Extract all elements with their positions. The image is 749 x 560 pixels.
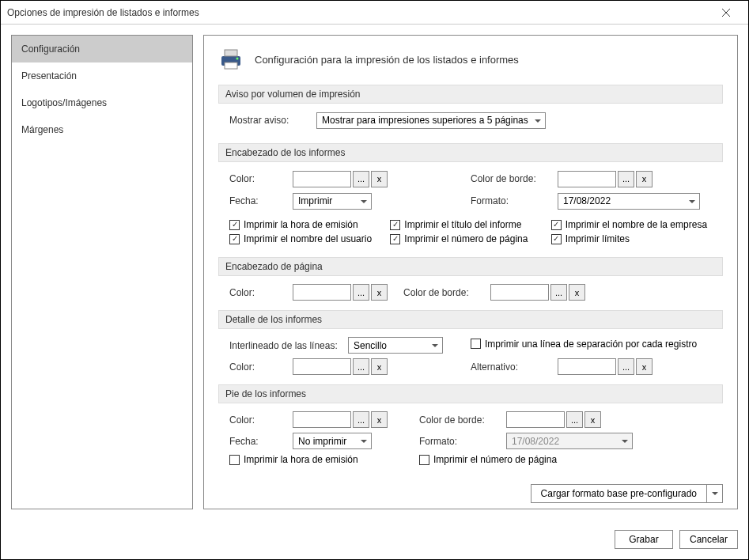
detalle-interlineado-value: Sencillo (354, 340, 387, 351)
check-limites[interactable]: Imprimir límites (551, 233, 712, 244)
enc-inf-color-browse[interactable]: ... (353, 171, 369, 187)
pie-borde-clear[interactable]: x (584, 411, 601, 428)
detalle-interlineado-label: Interlineado de las líneas: (229, 340, 348, 351)
sidebar-item-logotipos[interactable]: Logotipos/Imágenes (12, 89, 192, 116)
detalle-color-label: Color: (229, 361, 293, 373)
check-empresa-label: Imprimir el nombre de la empresa (566, 219, 707, 230)
checkbox-icon (419, 455, 429, 465)
window-title: Opciones de impresión de listados e info… (7, 7, 710, 18)
enc-inf-borde-clear[interactable]: x (636, 171, 653, 187)
checkbox-icon (390, 234, 400, 244)
checkbox-icon (229, 455, 240, 465)
check-separacion-registro[interactable]: Imprimir una línea de separación por cad… (471, 339, 697, 350)
check-nombre-empresa[interactable]: Imprimir el nombre de la empresa (551, 219, 712, 230)
page-header: Configuración para la impresión de los l… (218, 47, 723, 72)
pie-color-input[interactable] (293, 411, 351, 428)
check-nombre-usuario[interactable]: Imprimir el nombre del usuario (229, 233, 390, 244)
enc-pag-color-input[interactable] (293, 284, 351, 301)
detalle-color-clear[interactable]: x (371, 358, 388, 375)
section-header-aviso: Aviso por volumen de impresión (218, 85, 723, 104)
content-area: Configuración Presentación Logotipos/Imá… (1, 25, 748, 520)
checkbox-icon (229, 234, 240, 244)
check-titulo-label: Imprimir el título del informe (404, 219, 521, 230)
enc-inf-color-input[interactable] (293, 171, 351, 187)
grabar-button[interactable]: Grabar (615, 530, 673, 549)
checkbox-icon (551, 234, 562, 244)
mostrar-aviso-value: Mostrar para impresiones superiores a 5 … (322, 115, 528, 126)
check-hora-emision[interactable]: Imprimir la hora de emisión (229, 219, 390, 230)
pie-hora-label: Imprimir la hora de emisión (244, 454, 358, 465)
mostrar-aviso-label: Mostrar aviso: (229, 115, 316, 126)
enc-pag-borde-input[interactable] (490, 284, 549, 301)
detalle-alternativo-input[interactable] (558, 358, 616, 375)
section-header-pie: Pie de los informes (218, 384, 723, 403)
pie-fecha-label: Fecha: (229, 436, 293, 447)
pie-fecha-combo[interactable]: No imprimir (293, 433, 372, 449)
printer-icon (218, 47, 244, 72)
pie-color-browse[interactable]: ... (353, 411, 369, 428)
check-hora-label: Imprimir la hora de emisión (244, 219, 358, 230)
enc-inf-borde-browse[interactable]: ... (618, 171, 634, 187)
checkbox-icon (471, 339, 481, 349)
enc-inf-fecha-label: Fecha: (229, 195, 293, 206)
svg-rect-3 (225, 50, 237, 56)
enc-pag-color-clear[interactable]: x (371, 284, 388, 301)
enc-pag-color-browse[interactable]: ... (353, 284, 369, 301)
enc-pag-borde-clear[interactable]: x (569, 284, 585, 301)
detalle-color-browse[interactable]: ... (353, 358, 369, 375)
pie-formato-label: Formato: (419, 436, 506, 447)
check-usuario-label: Imprimir el nombre del usuario (244, 233, 372, 244)
detalle-alternativo-browse[interactable]: ... (618, 358, 634, 375)
dialog-footer: Grabar Cancelar (1, 520, 748, 559)
pie-fecha-value: No imprimir (298, 436, 346, 447)
pie-formato-value: 17/08/2022 (512, 436, 559, 447)
enc-inf-color-label: Color: (229, 173, 293, 184)
svg-point-5 (236, 58, 239, 60)
load-preconfig-button[interactable]: Cargar formato base pre-configurado (531, 484, 707, 503)
detalle-color-input[interactable] (293, 358, 351, 375)
check-pie-numero[interactable]: Imprimir el número de página (419, 454, 557, 465)
pie-color-clear[interactable]: x (371, 411, 388, 428)
checkbox-icon (390, 220, 400, 230)
check-numero-label: Imprimir el número de página (404, 233, 528, 244)
sidebar: Configuración Presentación Logotipos/Imá… (11, 35, 193, 509)
mostrar-aviso-combo[interactable]: Mostrar para impresiones superiores a 5 … (316, 112, 546, 129)
enc-inf-fecha-combo[interactable]: Imprimir (293, 193, 372, 210)
pie-borde-input[interactable] (506, 411, 565, 428)
detalle-alternativo-clear[interactable]: x (636, 358, 653, 375)
detalle-interlineado-combo[interactable]: Sencillo (348, 337, 443, 354)
pie-color-label: Color: (229, 414, 293, 426)
checkbox-icon (229, 220, 240, 230)
pie-formato-combo: 17/08/2022 (506, 433, 633, 449)
enc-inf-borde-label: Color de borde: (471, 173, 558, 184)
enc-inf-borde-input[interactable] (558, 171, 616, 187)
enc-inf-color-clear[interactable]: x (371, 171, 388, 187)
close-button[interactable] (710, 2, 742, 24)
sidebar-item-configuracion[interactable]: Configuración (12, 36, 192, 62)
enc-inf-fecha-value: Imprimir (298, 195, 332, 206)
enc-pag-borde-label: Color de borde: (403, 287, 490, 298)
main-panel: Configuración para la impresión de los l… (203, 35, 738, 509)
cancelar-button[interactable]: Cancelar (679, 530, 738, 549)
load-preconfig-split-button: Cargar formato base pre-configurado (531, 484, 723, 503)
load-preconfig-dropdown[interactable] (707, 484, 723, 503)
check-numero-pagina[interactable]: Imprimir el número de página (390, 233, 550, 244)
sidebar-item-margenes[interactable]: Márgenes (12, 116, 192, 143)
check-limites-label: Imprimir límites (566, 233, 630, 244)
enc-inf-formato-label: Formato: (471, 195, 558, 206)
enc-inf-formato-value: 17/08/2022 (563, 195, 611, 206)
page-title: Configuración para la impresión de los l… (255, 54, 519, 66)
enc-pag-borde-browse[interactable]: ... (550, 284, 567, 301)
sidebar-item-presentacion[interactable]: Presentación (12, 62, 192, 89)
section-header-enc-informes: Encabezado de los informes (218, 143, 723, 162)
check-pie-hora[interactable]: Imprimir la hora de emisión (229, 454, 358, 465)
titlebar: Opciones de impresión de listados e info… (1, 1, 748, 25)
close-icon (722, 9, 730, 17)
enc-pag-color-label: Color: (229, 287, 293, 298)
check-titulo-informe[interactable]: Imprimir el título del informe (390, 219, 550, 230)
pie-borde-browse[interactable]: ... (566, 411, 583, 428)
enc-inf-formato-combo[interactable]: 17/08/2022 (558, 193, 700, 210)
section-header-enc-pagina: Encabezado de página (218, 257, 723, 276)
svg-rect-4 (225, 62, 237, 69)
pie-numero-label: Imprimir el número de página (433, 454, 557, 465)
